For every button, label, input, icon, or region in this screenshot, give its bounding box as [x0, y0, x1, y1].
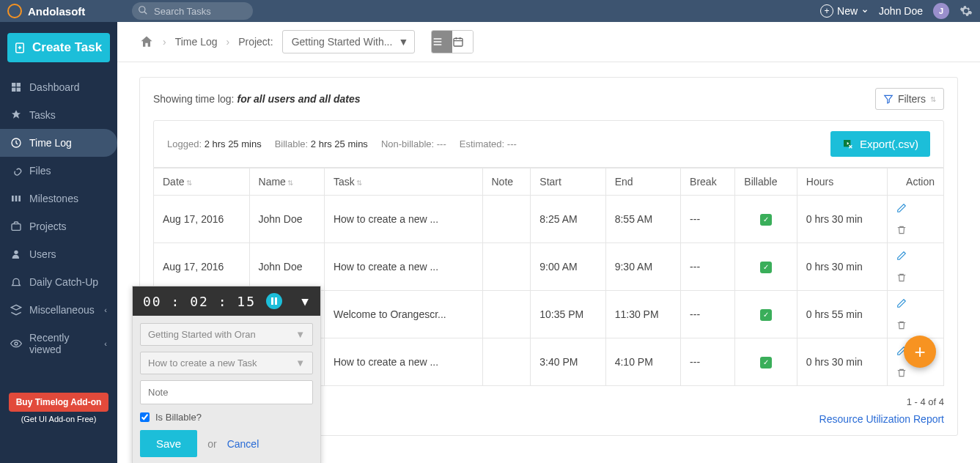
filters-label: Filters [898, 93, 926, 105]
fab-add-button[interactable]: + [904, 336, 936, 368]
chevron-left-icon: ‹ [104, 339, 107, 348]
sidebar-item-daily-catchup[interactable]: Daily Catch-Up [0, 268, 117, 296]
svg-line-1 [144, 12, 147, 15]
trash-icon[interactable] [896, 320, 935, 330]
sidebar-item-files[interactable]: Files [0, 157, 117, 185]
timer-note-input[interactable] [140, 380, 313, 404]
logged-label: Logged: [167, 138, 202, 149]
sidebar-item-label: Miscellaneous [29, 304, 95, 316]
svg-point-14 [15, 342, 18, 345]
cell-date: Aug 17, 2016 [154, 243, 250, 291]
breadcrumb-project-label: Project: [238, 36, 273, 48]
timer-elapsed: 00 : 02 : 15 [143, 294, 256, 309]
calendar-view-button[interactable] [452, 31, 473, 53]
cell-break: --- [681, 196, 735, 243]
cell-billable: ✓ [735, 291, 797, 338]
trash-icon[interactable] [896, 368, 935, 378]
estimated-label: Estimated: [460, 138, 504, 149]
cancel-link[interactable]: Cancel [227, 438, 259, 450]
avatar[interactable]: J [933, 3, 949, 19]
caret-down-icon: ▼ [295, 329, 305, 340]
resource-utilization-link[interactable]: Resource Utilization Report [819, 413, 944, 425]
sidebar-item-label: Daily Catch-Up [29, 276, 98, 288]
timer-project-select[interactable]: Getting Started with Oran ▼ [140, 323, 313, 346]
sidebar: Create Task Dashboard Tasks Time Log Fil… [0, 22, 117, 463]
col-task[interactable]: Task⇅ [324, 168, 482, 196]
billable-label: Billable: [275, 138, 309, 149]
check-icon: ✓ [760, 357, 772, 368]
sidebar-item-label: Users [29, 248, 56, 260]
trash-icon[interactable] [896, 273, 935, 283]
cell-task: How to create a new ... [324, 338, 482, 386]
svg-rect-18 [454, 38, 463, 46]
save-button[interactable]: Save [140, 430, 197, 457]
sidebar-item-users[interactable]: Users [0, 240, 117, 268]
sidebar-item-tasks[interactable]: Tasks [0, 101, 117, 129]
cell-start: 9:00 AM [531, 243, 605, 291]
col-break: Break [681, 168, 735, 196]
home-icon[interactable] [139, 34, 154, 49]
breadcrumb: › Time Log › Project: Getting Started Wi… [117, 22, 980, 62]
cell-note [482, 338, 531, 386]
col-name[interactable]: Name⇅ [249, 168, 324, 196]
trash-icon[interactable] [896, 225, 935, 235]
list-view-button[interactable] [432, 31, 452, 53]
cell-end: 11:30 PM [605, 291, 680, 338]
svg-rect-4 [17, 83, 21, 86]
buy-addon-button[interactable]: Buy Timelog Add-on [9, 393, 109, 412]
caret-down-icon: ▼ [295, 358, 305, 368]
pause-button[interactable] [266, 293, 282, 309]
edit-icon[interactable] [896, 251, 935, 261]
search-input[interactable] [132, 2, 253, 20]
sidebar-item-timelog[interactable]: Time Log [0, 129, 117, 157]
table-row: Aug 17, 2016John DoeHow to create a new … [154, 196, 944, 243]
sidebar-item-dashboard[interactable]: Dashboard [0, 73, 117, 101]
clock-icon [10, 137, 22, 149]
col-end: End [605, 168, 680, 196]
showing-label: Showing time log: [153, 93, 235, 105]
dashboard-icon [10, 81, 22, 93]
cell-start: 3:40 PM [531, 338, 605, 386]
project-select[interactable]: Getting Started With... ▼ [282, 30, 416, 53]
edit-icon[interactable] [896, 203, 935, 213]
milestones-icon [10, 193, 22, 204]
gear-icon[interactable] [959, 4, 973, 18]
chevron-down-icon [861, 7, 869, 15]
svg-rect-5 [12, 88, 15, 92]
create-task-button[interactable]: Create Task [7, 33, 110, 62]
svg-marker-22 [885, 95, 893, 103]
cell-name: John Doe [249, 196, 324, 243]
addon-subtext: (Get UI Add-on Free) [0, 415, 117, 423]
check-icon: ✓ [760, 262, 772, 273]
new-button[interactable]: + New [820, 4, 869, 18]
chevron-right-icon: › [226, 36, 230, 48]
col-billable: Billable [735, 168, 797, 196]
export-icon [842, 138, 854, 150]
col-action: Action [887, 168, 943, 196]
svg-rect-11 [12, 224, 21, 231]
sidebar-item-milestones[interactable]: Milestones [0, 185, 117, 212]
export-csv-button[interactable]: Export(.csv) [830, 131, 930, 157]
create-task-label: Create Task [32, 40, 102, 55]
collapse-caret-icon[interactable]: ▼ [301, 295, 310, 308]
timer-task-select[interactable]: How to create a new Task ▼ [140, 352, 313, 374]
sidebar-item-recently-viewed[interactable]: Recently viewed ‹ [0, 324, 117, 363]
cell-task: How to create a new ... [324, 243, 482, 291]
filters-button[interactable]: Filters ⇅ [875, 88, 944, 110]
cell-task: Welcome to Orangescr... [324, 291, 482, 338]
is-billable-checkbox[interactable] [140, 412, 150, 422]
timer-project-text: Getting Started with Oran [148, 329, 256, 340]
sidebar-item-projects[interactable]: Projects [0, 212, 117, 240]
stats-row: Logged: 2 hrs 25 mins Billable: 2 hrs 25… [153, 120, 944, 168]
sort-icon: ⇅ [930, 95, 936, 103]
svg-rect-3 [12, 83, 15, 86]
sidebar-item-misc[interactable]: Miscellaneous ‹ [0, 296, 117, 324]
project-selected-text: Getting Started With... [292, 36, 393, 48]
breadcrumb-timelog[interactable]: Time Log [175, 36, 218, 48]
edit-icon[interactable] [896, 298, 935, 308]
col-date[interactable]: Date⇅ [154, 168, 250, 196]
is-billable-label: Is Billable? [155, 412, 202, 423]
caret-down-icon: ▼ [399, 36, 409, 48]
filter-info: for all users and all dates [237, 93, 361, 105]
cell-task: How to create a new ... [324, 196, 482, 243]
